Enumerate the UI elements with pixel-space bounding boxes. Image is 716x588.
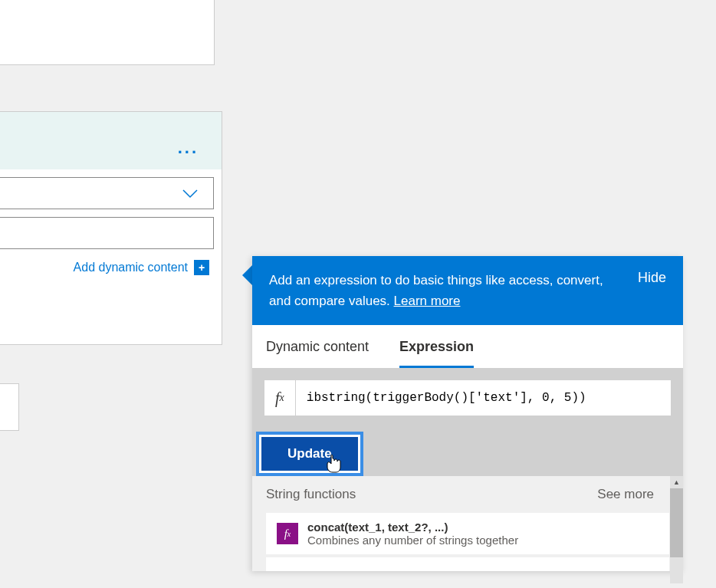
fx-icon: fx [264,380,296,416]
dropdown-input[interactable] [0,177,214,209]
expression-header: Add an expression to do basic things lik… [252,256,683,325]
add-dynamic-label: Add dynamic content [74,261,188,274]
plus-icon: + [194,260,209,275]
chevron-down-icon [182,185,198,202]
see-more-link[interactable]: See more [597,487,654,502]
function-text: concat(text_1, text_2?, ...) Combines an… [307,521,518,547]
text-input[interactable] [0,217,214,249]
action-card-top [0,0,215,65]
tab-dynamic-content[interactable]: Dynamic content [266,339,369,368]
scroll-up-icon[interactable]: ▲ [670,476,683,488]
add-dynamic-content-link[interactable]: Add dynamic content + [0,260,209,275]
scrollbar[interactable]: ▲ [670,476,683,583]
more-options-icon[interactable]: ··· [178,143,199,163]
section-header: String functions See more [252,476,683,513]
update-button[interactable]: Update [261,436,359,471]
action-card-main: ··· Add dynamic content + [0,111,222,345]
function-item-partial[interactable] [266,557,669,571]
scroll-thumb[interactable] [670,488,683,557]
partial-card [0,383,19,431]
expression-header-text: Add an expression to do basic things lik… [269,270,622,311]
tabs: Dynamic content Expression [252,325,683,368]
update-button-focus-ring: Update [256,432,363,476]
functions-area: ▲ String functions See more fx concat(te… [252,476,683,571]
update-row: Update [252,428,683,476]
tab-expression[interactable]: Expression [399,339,474,368]
fx-function-icon: fx [277,523,298,544]
function-item-concat[interactable]: fx concat(text_1, text_2?, ...) Combines… [266,513,669,554]
section-title: String functions [266,487,356,502]
expression-panel: Add an expression to do basic things lik… [252,256,683,571]
expression-text[interactable]: ibstring(triggerBody()['text'], 0, 5)) [296,391,671,405]
function-description: Combines any number of strings together [307,534,518,547]
expression-input-row[interactable]: fx ibstring(triggerBody()['text'], 0, 5)… [264,380,671,416]
function-name: concat(text_1, text_2?, ...) [307,521,518,534]
expression-input-area: fx ibstring(triggerBody()['text'], 0, 5)… [252,368,683,428]
action-header: ··· [0,112,222,169]
learn-more-link[interactable]: Learn more [394,294,461,308]
hide-link[interactable]: Hide [638,270,666,286]
callout-arrow-icon [242,264,253,286]
